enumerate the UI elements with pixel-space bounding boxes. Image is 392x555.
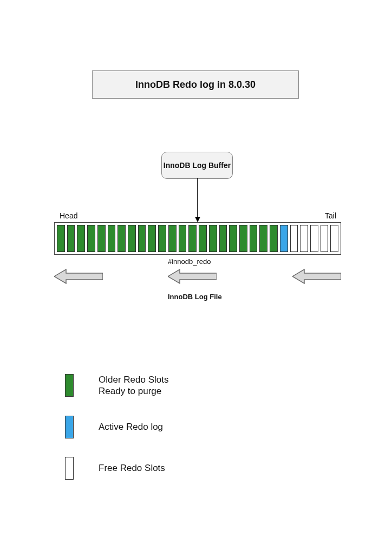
- log-buffer-label: InnoDB Log Buffer: [164, 161, 231, 170]
- redo-slot-older: [97, 225, 106, 252]
- redo-slot-older: [219, 225, 227, 252]
- legend-row-free: Free Redo Slots: [65, 457, 168, 480]
- redo-slot-older: [239, 225, 247, 252]
- log-file-label: InnoDB Log File: [168, 293, 222, 301]
- redo-slot-older: [158, 225, 166, 252]
- head-label: Head: [60, 211, 77, 220]
- legend-text-free: Free Redo Slots: [99, 462, 165, 474]
- redo-slot-older: [57, 225, 65, 252]
- redo-slot-older: [108, 225, 116, 252]
- redo-slot-older: [229, 225, 237, 252]
- redo-slot-older: [138, 225, 146, 252]
- redo-slot-free: [330, 225, 338, 252]
- svg-marker-4: [292, 269, 341, 283]
- redo-slot-older: [117, 225, 126, 252]
- legend-swatch-free: [65, 457, 74, 480]
- legend: Older Redo SlotsReady to purge Active Re…: [65, 374, 168, 498]
- log-buffer-box: InnoDB Log Buffer: [161, 152, 233, 179]
- redo-slot-older: [270, 225, 278, 252]
- svg-marker-2: [54, 269, 103, 283]
- redo-slot-older: [148, 225, 156, 252]
- flow-arrow-mid-icon: [168, 268, 217, 285]
- legend-row-active: Active Redo log: [65, 416, 168, 438]
- legend-text-older: Older Redo SlotsReady to purge: [99, 374, 168, 397]
- redo-slot-older: [209, 225, 217, 252]
- legend-swatch-active: [65, 416, 74, 438]
- svg-marker-3: [168, 269, 217, 283]
- title-text: InnoDB Redo log in 8.0.30: [135, 79, 256, 91]
- legend-text-active: Active Redo log: [99, 421, 163, 433]
- redo-slot-container: [54, 222, 341, 255]
- redo-slot-older: [259, 225, 267, 252]
- redo-slot-older: [179, 225, 187, 252]
- redo-slot-older: [77, 225, 85, 252]
- redo-slot-free: [321, 225, 329, 252]
- down-arrow-icon: [195, 178, 200, 222]
- redo-slot-older: [250, 225, 258, 252]
- redo-slot-older: [87, 225, 95, 252]
- tail-label: Tail: [325, 211, 336, 220]
- title-box: InnoDB Redo log in 8.0.30: [92, 70, 299, 99]
- redo-slot-free: [310, 225, 318, 252]
- innodb-redo-label: #innodb_redo: [168, 257, 211, 266]
- redo-slot-free: [290, 225, 298, 252]
- legend-swatch-older: [65, 374, 74, 397]
- redo-slot-older: [67, 225, 75, 252]
- legend-row-older: Older Redo SlotsReady to purge: [65, 374, 168, 397]
- svg-marker-1: [195, 217, 200, 222]
- flow-arrow-left-icon: [54, 268, 103, 285]
- redo-slot-older: [199, 225, 207, 252]
- redo-slot-active: [280, 225, 288, 252]
- redo-slot-older: [188, 225, 197, 252]
- redo-slot-free: [300, 225, 308, 252]
- redo-slot-older: [168, 225, 177, 252]
- redo-slot-older: [128, 225, 136, 252]
- flow-arrow-right-icon: [292, 268, 341, 285]
